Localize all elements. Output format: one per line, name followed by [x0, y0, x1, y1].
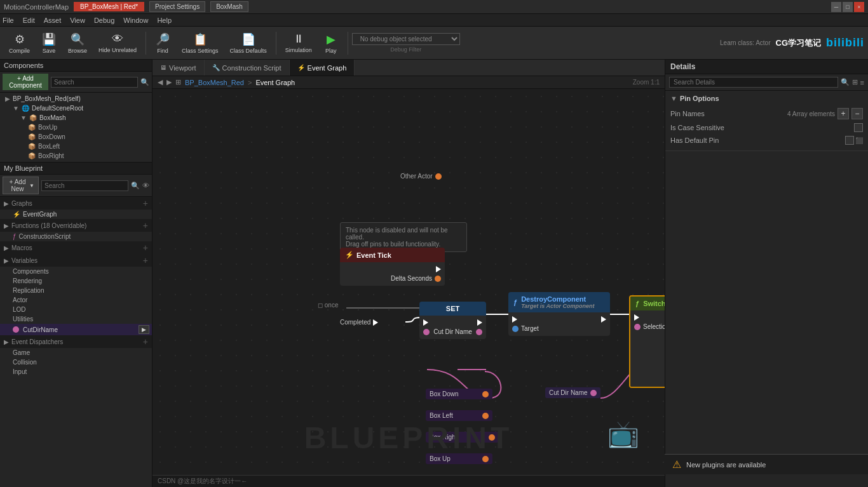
- tab-boxmash[interactable]: BoxMash: [210, 1, 248, 12]
- completed-exec-pin[interactable]: [373, 319, 378, 326]
- cut-dir-name-pin[interactable]: [590, 390, 597, 396]
- box-down-node[interactable]: Box Down: [426, 389, 492, 399]
- box-right-node[interactable]: Box Right: [426, 432, 499, 443]
- box-up-pin[interactable]: [482, 456, 489, 462]
- box-left-pin[interactable]: [482, 413, 489, 419]
- add-new-button[interactable]: + Add New ▼: [3, 177, 39, 194]
- menu-debug[interactable]: Debug: [94, 17, 114, 24]
- event-graph-tab[interactable]: ⚡ Event Graph: [290, 60, 355, 76]
- viewport-tab[interactable]: 🖥 Viewport: [153, 60, 205, 76]
- var-components[interactable]: Components: [0, 267, 152, 276]
- class-settings-button[interactable]: 📋 Class Settings: [177, 30, 224, 56]
- save-button[interactable]: 💾 Save: [36, 30, 62, 56]
- event-dispatchers-section[interactable]: ▶Event Dispatchers +: [0, 335, 152, 348]
- add-dispatch-btn[interactable]: +: [143, 337, 148, 347]
- event-input[interactable]: Input: [0, 367, 152, 377]
- var-utilities[interactable]: Utilities: [0, 314, 152, 324]
- set-exec-in[interactable]: [423, 319, 428, 326]
- simulation-button[interactable]: ⏸ Simulation: [280, 30, 317, 55]
- macros-section[interactable]: ▶Macros +: [0, 241, 152, 254]
- box-left-node[interactable]: Box Left: [426, 410, 492, 421]
- component-search-input[interactable]: [51, 77, 138, 88]
- event-graph-item[interactable]: ⚡ EventGraph: [0, 210, 152, 219]
- nav-forward[interactable]: ▶: [166, 78, 172, 86]
- remove-pin-names-btn[interactable]: −: [851, 108, 863, 119]
- compile-button[interactable]: ⚙ Compile: [4, 30, 35, 56]
- menu-window[interactable]: Window: [123, 17, 148, 24]
- menu-file[interactable]: File: [3, 17, 14, 24]
- tree-item-default-scene[interactable]: ▼ 🌐 DefaultSceneRoot: [0, 103, 152, 113]
- construction-tab[interactable]: 🔧 Construction Script: [205, 60, 290, 76]
- add-var-btn[interactable]: +: [143, 255, 148, 265]
- target-pin[interactable]: [512, 326, 519, 332]
- selection-pin[interactable]: [634, 324, 641, 330]
- set-exec-out[interactable]: [477, 319, 482, 326]
- add-component-button[interactable]: + Add Component: [3, 74, 48, 90]
- construction-script-item[interactable]: ƒ ConstructionScript: [0, 232, 152, 241]
- event-collision[interactable]: Collision: [0, 357, 152, 367]
- hide-unrelated-button[interactable]: 👁 Hide Unrelated: [93, 30, 142, 55]
- tab-project-settings[interactable]: Project Settings: [149, 1, 205, 12]
- menu-help[interactable]: Help: [157, 17, 172, 24]
- default-pin-checkbox[interactable]: [845, 136, 854, 145]
- debug-object-select[interactable]: No debug object selected: [352, 33, 460, 45]
- maximize-button[interactable]: □: [843, 2, 853, 12]
- menu-view[interactable]: View: [70, 17, 85, 24]
- set-out-pin[interactable]: [476, 329, 482, 335]
- var-lod[interactable]: LOD: [0, 305, 152, 314]
- tree-item-bp-self[interactable]: ▶ BP_BoxMesh_Red(self): [0, 94, 152, 103]
- box-right-pin[interactable]: [489, 434, 495, 441]
- tree-item-boxleft[interactable]: 📦 BoxLeft: [0, 142, 152, 151]
- details-list-icon[interactable]: ≡: [860, 79, 864, 86]
- switch-exec-in[interactable]: [634, 314, 639, 321]
- blueprint-view-toggle[interactable]: 👁: [142, 182, 149, 189]
- other-actor-pin[interactable]: [435, 173, 442, 180]
- tab-bp-boxmesh[interactable]: BP_BoxMesh | Red*: [74, 2, 144, 11]
- graph-canvas[interactable]: This node is disabled and will not be ca…: [153, 89, 665, 487]
- tree-item-boxright[interactable]: 📦 BoxRight: [0, 151, 152, 161]
- add-macro-btn[interactable]: +: [143, 243, 148, 253]
- var-actor[interactable]: Actor: [0, 295, 152, 305]
- box-up-node[interactable]: Box Up: [426, 453, 492, 464]
- functions-section[interactable]: ▶ Functions (18 Overridable) +: [0, 219, 152, 232]
- find-button[interactable]: 🔎 Find: [150, 30, 175, 56]
- destroy-exec-in[interactable]: [512, 316, 517, 323]
- add-graph-btn[interactable]: +: [143, 198, 148, 208]
- details-search-input[interactable]: [669, 77, 838, 88]
- exec-out-pin[interactable]: [436, 266, 441, 272]
- event-tick-node[interactable]: ⚡ Event Tick Delta Seconds: [340, 248, 445, 286]
- play-button[interactable]: ▶ Play: [318, 30, 344, 56]
- tree-item-boxdown[interactable]: 📦 BoxDown: [0, 132, 152, 142]
- cut-dir-name-node[interactable]: Cut Dir Name: [545, 387, 600, 398]
- minimize-button[interactable]: ─: [831, 2, 841, 12]
- var-replication[interactable]: Replication: [0, 286, 152, 295]
- close-button[interactable]: ×: [854, 2, 864, 12]
- destroy-exec-out[interactable]: [601, 316, 606, 323]
- details-grid-icon[interactable]: ⊞: [852, 78, 858, 86]
- menu-asset[interactable]: Asset: [44, 17, 62, 24]
- browse-button[interactable]: 🔍 Browse: [63, 30, 92, 56]
- tree-item-boxmash[interactable]: ▼ 📦 BoxMash: [0, 113, 152, 123]
- case-sensitive-checkbox[interactable]: [854, 123, 863, 132]
- set-node[interactable]: SET Cut Dir Name: [419, 302, 486, 339]
- var-expand[interactable]: ▶: [139, 325, 149, 334]
- var-cutdirname[interactable]: CutDirName ▶: [0, 324, 152, 335]
- graphs-section[interactable]: ▶Graphs +: [0, 197, 152, 210]
- class-defaults-button[interactable]: 📄 Class Defaults: [225, 30, 272, 56]
- add-pin-names-btn[interactable]: +: [837, 108, 849, 119]
- blueprint-search-input[interactable]: [41, 180, 128, 191]
- delta-pin[interactable]: [435, 276, 441, 282]
- nav-back[interactable]: ◀: [158, 78, 163, 86]
- destroy-node[interactable]: ƒ DestroyComponent Target is Actor Compo…: [508, 292, 610, 336]
- other-actor-node[interactable]: Other Actor: [400, 173, 442, 180]
- set-in-pin[interactable]: [423, 329, 430, 335]
- menu-edit[interactable]: Edit: [23, 17, 35, 24]
- add-func-btn[interactable]: +: [143, 220, 148, 230]
- event-game[interactable]: Game: [0, 348, 152, 357]
- box-down-pin[interactable]: [482, 391, 489, 397]
- variables-section[interactable]: ▶Variables +: [0, 254, 152, 267]
- breadcrumb-root[interactable]: BP_BoxMesh_Red: [185, 79, 244, 86]
- switch-string-node[interactable]: ƒ Switch on String Selection Case 0: [629, 295, 665, 388]
- tree-item-boxup[interactable]: 📦 BoxUp: [0, 123, 152, 132]
- var-rendering[interactable]: Rendering: [0, 276, 152, 286]
